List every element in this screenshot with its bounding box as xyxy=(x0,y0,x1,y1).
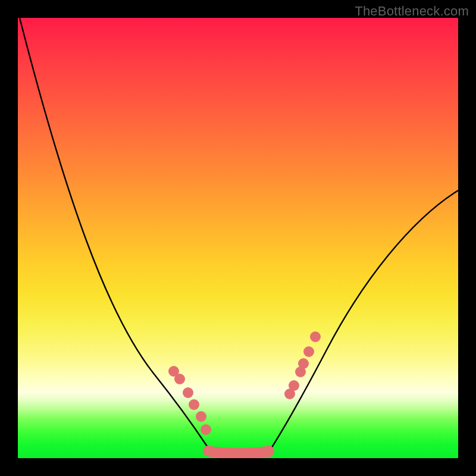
curve-marker xyxy=(183,387,193,398)
curve-marker xyxy=(201,424,211,435)
curve-marker xyxy=(303,346,314,357)
curve-marker xyxy=(289,380,299,391)
plot-area xyxy=(18,18,458,458)
curve-marker xyxy=(189,399,199,410)
floor-marker xyxy=(262,447,273,458)
curve-marker xyxy=(310,331,321,342)
floor-marker xyxy=(210,447,221,458)
chart-svg xyxy=(18,18,458,458)
right-curve xyxy=(268,190,458,455)
watermark-text: TheBottleneck.com xyxy=(355,4,469,19)
left-curve xyxy=(20,18,212,455)
chart-frame: TheBottleneck.com xyxy=(0,0,476,476)
curve-marker xyxy=(298,358,309,369)
curve-marker xyxy=(174,374,185,384)
curve-marker xyxy=(196,411,206,422)
